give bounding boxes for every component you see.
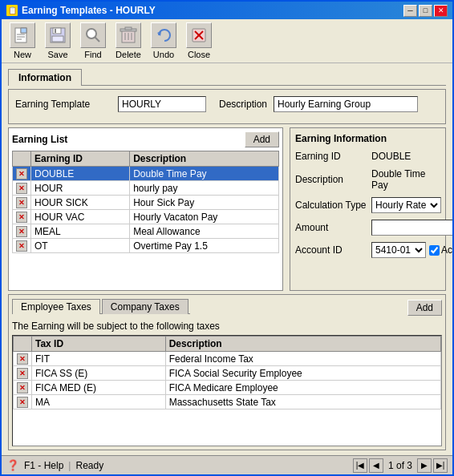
maximize-button[interactable]: □ — [419, 5, 432, 17]
row-description: hourly pay — [130, 181, 279, 196]
row-earning-id: MEAL — [31, 224, 130, 239]
help-icon: ❓ — [6, 459, 19, 471]
close-button[interactable]: Close — [183, 22, 215, 59]
tax-row-description: FICA Social Security Employee — [165, 366, 440, 381]
status-help: F1 - Help — [24, 460, 63, 471]
tax-row-id: FIT — [32, 352, 166, 366]
description-label: Description — [219, 99, 267, 110]
tax-row-delete-btn[interactable]: ✕ — [14, 381, 32, 395]
delete-label: Delete — [116, 50, 141, 59]
earning-info-section: Earning Information Earning ID DOUBLE De… — [290, 127, 446, 291]
ei-account-id-row: Account ID 5410-01 Active — [295, 242, 440, 258]
earning-info-title: Earning Information — [295, 133, 440, 144]
earning-list-table: Earning ID Description ✕ DOUBLE Double T… — [12, 151, 279, 253]
earning-list-row[interactable]: ✕ MEAL Meal Allowance — [13, 224, 279, 239]
row-description: Double Time Pay — [130, 167, 279, 181]
tax-col-del — [14, 337, 32, 352]
row-description: Hour Sick Pay — [130, 196, 279, 210]
active-label: Active — [441, 244, 452, 256]
earning-list-row[interactable]: ✕ HOUR hourly pay — [13, 181, 279, 196]
ei-account-id-select[interactable]: 5410-01 — [371, 242, 426, 258]
tax-col-desc: Description — [165, 337, 440, 352]
earning-list-add-button[interactable]: Add — [245, 131, 279, 147]
earning-list-row[interactable]: ✕ DOUBLE Double Time Pay — [13, 167, 279, 181]
ei-amount-label: Amount — [295, 222, 371, 233]
main-window: 📋 Earning Templates - HOURLY ─ □ ✕ New — [0, 0, 454, 476]
row-earning-id: HOUR VAC — [31, 210, 130, 224]
toolbar: New Save Find — [2, 19, 452, 63]
tax-table: Tax ID Description ✕ FIT Federal Income … — [13, 336, 441, 409]
two-col-section: Earning List Add Earning ID Description … — [8, 127, 446, 291]
find-label: Find — [84, 50, 101, 59]
tax-row-delete-btn[interactable]: ✕ — [14, 395, 32, 409]
description-input[interactable] — [274, 96, 418, 112]
sub-tab-bar: Employee Taxes Company Taxes — [12, 298, 190, 314]
title-bar: 📋 Earning Templates - HOURLY ─ □ ✕ — [2, 2, 452, 19]
ei-earning-id-label: Earning ID — [295, 151, 371, 162]
ei-calc-type-label: Calculation Type — [295, 200, 371, 211]
earning-list-title: Earning List — [12, 134, 67, 145]
nav-prev-button[interactable]: ◀ — [369, 458, 383, 473]
row-delete-btn[interactable]: ✕ — [13, 167, 31, 181]
row-delete-btn[interactable]: ✕ — [13, 196, 31, 210]
row-delete-btn[interactable]: ✕ — [13, 210, 31, 224]
ei-earning-id-value: DOUBLE — [371, 151, 411, 162]
undo-label: Undo — [153, 50, 174, 59]
nav-last-button[interactable]: ▶| — [433, 458, 448, 473]
earning-list-header: Earning List Add — [12, 131, 279, 147]
save-label: Save — [47, 50, 67, 59]
ei-calc-type-select[interactable]: Hourly Rate Flat Amount Percentage — [371, 197, 441, 213]
svg-rect-8 — [52, 36, 63, 42]
row-delete-btn[interactable]: ✕ — [13, 239, 31, 253]
earning-template-input[interactable] — [118, 96, 206, 112]
page-info: 1 of 3 — [385, 460, 415, 471]
new-button[interactable]: New — [6, 22, 39, 59]
tax-table-row[interactable]: ✕ FICA SS (E) FICA Social Security Emplo… — [14, 366, 441, 381]
tax-row-description: Federal Income Tax — [165, 352, 440, 366]
ei-description-value: Double Time Pay — [371, 168, 440, 191]
bottom-section: Employee Taxes Company Taxes Add The Ear… — [8, 294, 446, 450]
sub-section-header: Employee Taxes Company Taxes Add — [12, 298, 442, 317]
save-button[interactable]: Save — [42, 22, 74, 59]
nav-controls: |◀ ◀ 1 of 3 ▶ ▶| — [353, 458, 448, 473]
tax-description: The Earning will be subject to the follo… — [12, 321, 442, 332]
tax-row-delete-btn[interactable]: ✕ — [14, 352, 32, 366]
earning-list-row[interactable]: ✕ HOUR SICK Hour Sick Pay — [13, 196, 279, 210]
tax-table-row[interactable]: ✕ MA Massachusetts State Tax — [14, 395, 441, 409]
delete-icon — [116, 22, 141, 48]
nav-next-button[interactable]: ▶ — [417, 458, 432, 473]
earning-list-row[interactable]: ✕ HOUR VAC Hourly Vacaton Pay — [13, 210, 279, 224]
tax-row-id: MA — [32, 395, 166, 409]
tab-company-taxes[interactable]: Company Taxes — [102, 299, 188, 314]
close-window-button[interactable]: ✕ — [434, 5, 448, 17]
close-icon — [186, 22, 212, 48]
row-delete-btn[interactable]: ✕ — [13, 224, 31, 239]
earning-template-label: Earning Template — [15, 99, 111, 110]
tax-table-wrap: Tax ID Description ✕ FIT Federal Income … — [12, 335, 442, 446]
delete-button[interactable]: Delete — [112, 22, 144, 59]
title-bar-left: 📋 Earning Templates - HOURLY — [6, 5, 156, 16]
minimize-button[interactable]: ─ — [403, 5, 417, 17]
row-description: Overtime Pay 1.5 — [130, 239, 279, 253]
ei-description-row: Description Double Time Pay — [295, 168, 440, 191]
tax-row-delete-btn[interactable]: ✕ — [14, 366, 32, 381]
undo-button[interactable]: Undo — [148, 22, 180, 59]
tax-table-row[interactable]: ✕ FIT Federal Income Tax — [14, 352, 441, 366]
row-delete-btn[interactable]: ✕ — [13, 181, 31, 196]
tab-employee-taxes[interactable]: Employee Taxes — [12, 299, 100, 314]
content-area: Information Earning Template Description… — [2, 63, 452, 455]
tab-information[interactable]: Information — [8, 69, 82, 86]
account-row: 5410-01 Active — [371, 242, 452, 258]
window-title: Earning Templates - HOURLY — [22, 5, 156, 16]
earning-list-section: Earning List Add Earning ID Description … — [8, 127, 283, 291]
tax-add-button[interactable]: Add — [407, 300, 442, 316]
ei-calc-type-row: Calculation Type Hourly Rate Flat Amount… — [295, 197, 440, 213]
title-buttons: ─ □ ✕ — [403, 5, 448, 17]
tax-table-row[interactable]: ✕ FICA MED (E) FICA Medicare Employee — [14, 381, 441, 395]
nav-first-button[interactable]: |◀ — [353, 458, 367, 473]
earning-list-row[interactable]: ✕ OT Overtime Pay 1.5 — [13, 239, 279, 253]
find-button[interactable]: Find — [77, 22, 109, 59]
ei-amount-input[interactable] — [371, 220, 452, 236]
active-checkbox[interactable] — [429, 245, 440, 256]
ei-earning-id-row: Earning ID DOUBLE — [295, 151, 440, 162]
